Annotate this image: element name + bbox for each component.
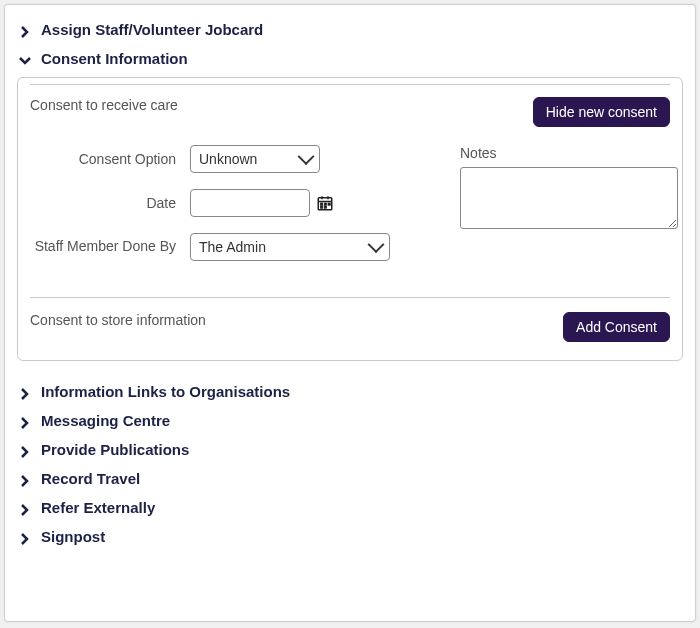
divider	[30, 297, 670, 298]
hide-new-consent-button[interactable]: Hide new consent	[533, 97, 670, 127]
date-label: Date	[30, 194, 190, 212]
svg-rect-7	[321, 206, 323, 208]
consent-store-info-label: Consent to store information	[30, 312, 206, 328]
accordion-consent-info[interactable]: Consent Information	[17, 44, 683, 73]
accordion-info-links[interactable]: Information Links to Organisations	[17, 377, 683, 406]
consent-option-label: Consent Option	[30, 150, 190, 168]
staff-member-label: Staff Member Done By	[30, 233, 190, 255]
svg-rect-5	[324, 203, 326, 205]
accordion-label: Information Links to Organisations	[41, 383, 290, 400]
accordion-label: Provide Publications	[41, 441, 189, 458]
date-input[interactable]	[190, 189, 310, 217]
chevron-right-icon	[19, 531, 41, 543]
calendar-icon[interactable]	[316, 194, 334, 212]
notes-textarea[interactable]	[460, 167, 678, 229]
accordion-refer-externally[interactable]: Refer Externally	[17, 493, 683, 522]
svg-rect-6	[328, 203, 330, 205]
svg-rect-4	[321, 203, 323, 205]
chevron-right-icon	[19, 444, 41, 456]
chevron-down-icon	[19, 53, 41, 65]
chevron-right-icon	[19, 24, 41, 36]
accordion-label: Assign Staff/Volunteer Jobcard	[41, 21, 263, 38]
accordion-record-travel[interactable]: Record Travel	[17, 464, 683, 493]
chevron-right-icon	[19, 473, 41, 485]
main-panel: Assign Staff/Volunteer Jobcard Consent I…	[4, 4, 696, 622]
accordion-label: Signpost	[41, 528, 105, 545]
accordion-signpost[interactable]: Signpost	[17, 522, 683, 551]
accordion-label: Refer Externally	[41, 499, 155, 516]
chevron-right-icon	[19, 386, 41, 398]
accordion-label: Messaging Centre	[41, 412, 170, 429]
accordion-messaging[interactable]: Messaging Centre	[17, 406, 683, 435]
accordion-assign-staff[interactable]: Assign Staff/Volunteer Jobcard	[17, 15, 683, 44]
consent-content-box: Consent to receive care Hide new consent…	[17, 77, 683, 361]
notes-label: Notes	[460, 145, 678, 161]
consent-receive-care-label: Consent to receive care	[30, 97, 178, 113]
staff-member-select[interactable]: The Admin	[190, 233, 390, 261]
accordion-label: Record Travel	[41, 470, 140, 487]
accordion-publications[interactable]: Provide Publications	[17, 435, 683, 464]
chevron-right-icon	[19, 502, 41, 514]
chevron-right-icon	[19, 415, 41, 427]
consent-option-select[interactable]: Unknown	[190, 145, 320, 173]
accordion-label: Consent Information	[41, 50, 188, 67]
add-consent-button[interactable]: Add Consent	[563, 312, 670, 342]
svg-rect-8	[324, 206, 326, 208]
